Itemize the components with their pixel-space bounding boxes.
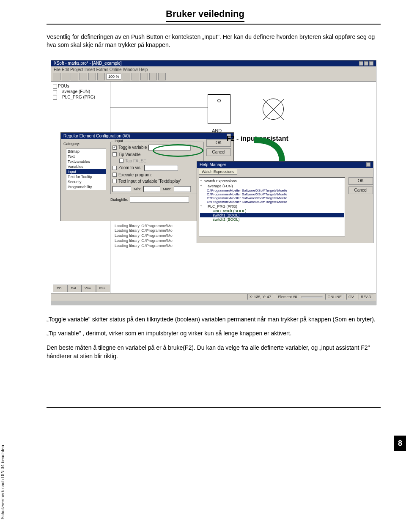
bottom-tab[interactable]: PO.. [53, 285, 67, 292]
cancel-button[interactable]: Cancel [348, 186, 373, 194]
category-item[interactable]: Text for Tooltip [66, 174, 106, 179]
page-title: Bruker veiledning [166, 8, 244, 22]
toolbar-button[interactable] [88, 73, 96, 80]
toolbar-button[interactable] [140, 73, 148, 80]
tree-item[interactable]: PLC_PRG (PRG) [53, 94, 108, 100]
toggle-variable-checkbox[interactable] [112, 145, 117, 150]
page-number-badge: 8 [394, 436, 406, 451]
circle-symbol[interactable] [263, 99, 284, 120]
tap-false-checkbox [119, 159, 123, 163]
minimize-icon[interactable] [359, 61, 363, 66]
exec-checkbox[interactable] [112, 173, 117, 177]
max-label: Max: [163, 187, 171, 191]
max-input[interactable] [174, 186, 191, 192]
toolbar-button[interactable] [132, 73, 139, 80]
toolbar-button[interactable] [53, 73, 60, 80]
help-tree-path[interactable]: C:\Programme\Moeller Software\XSoft\Targ… [200, 192, 344, 196]
min-label: Min: [134, 187, 141, 191]
text-input-checkbox[interactable] [112, 179, 117, 183]
message-log: Loading library 'C:\Programme\Mo Loading… [115, 224, 225, 248]
status-element: Element #0 [276, 294, 299, 300]
category-label: Category: [63, 142, 109, 146]
dialogtitle-input[interactable] [130, 197, 189, 203]
category-item[interactable]: Variables [66, 164, 106, 169]
footer-rule [47, 407, 381, 408]
toggle-variable-input[interactable] [148, 145, 191, 151]
toolbar-button[interactable] [71, 73, 78, 80]
toolbar-button[interactable] [97, 73, 105, 80]
category-item-selected[interactable]: Input [66, 169, 106, 174]
toolbar-button[interactable] [149, 73, 157, 80]
cancel-button[interactable]: Cancel [206, 148, 231, 156]
log-line: Loading library 'C:\Programme\Mo [115, 224, 225, 229]
tree-item[interactable]: average (FUN) [53, 89, 108, 94]
log-line: Loading library 'C:\Programme\Mo [115, 244, 225, 249]
close-icon[interactable] [366, 162, 370, 167]
category-item[interactable]: Security [66, 179, 106, 184]
intro-paragraph: Vesentlig for defineringen av en Push Bu… [47, 33, 381, 49]
tap-false-label: Tap FALSE [125, 159, 146, 163]
paragraph: Den beste måten å tilegne en variabel på… [47, 344, 376, 360]
menubar[interactable]: File Edit Project Insert Extras Online W… [51, 66, 376, 72]
help-tree-item[interactable]: average (FUN) [200, 184, 344, 189]
status-coords: X: 135, Y: 47 [247, 294, 273, 300]
help-tree-leaf[interactable]: switch2 (BOOL) [200, 217, 344, 222]
window-title: XSoft - marks.pro* - [AND_example] [54, 61, 122, 66]
text-input-label: Text input of variable 'Textdisplay' [118, 179, 181, 184]
bottom-tab[interactable]: Visu.. [82, 285, 96, 292]
category-item[interactable]: Textvariables [66, 159, 106, 164]
bottom-tab[interactable]: Res.. [96, 285, 110, 292]
help-tab[interactable]: Watch Expressions [199, 169, 237, 175]
category-item[interactable]: Bitmap [66, 149, 106, 154]
and-block[interactable] [208, 94, 230, 124]
statusbar: X: 135, Y: 47 Element #0 ONLINE OV READ [51, 293, 376, 301]
toolbar-button[interactable] [123, 73, 130, 80]
toolbar: 100 % [51, 72, 376, 82]
maximize-icon[interactable] [364, 61, 368, 66]
page-title-wrap: Bruker veiledning [47, 8, 381, 22]
dialogtitle-label: Dialogtitle: [110, 197, 128, 202]
toolbar-button[interactable] [80, 73, 87, 80]
help-manager-title: Help Manager [200, 162, 226, 167]
tree-root[interactable]: POUs [53, 83, 108, 89]
close-icon[interactable] [369, 61, 373, 66]
toolbar-button[interactable] [62, 73, 69, 80]
help-tree-path[interactable]: C:\Programme\Moeller Software\XSoft\Targ… [200, 196, 344, 200]
app-screenshot: XSoft - marks.pro* - [AND_example] File … [51, 60, 376, 305]
tip-variable-checkbox[interactable] [112, 152, 117, 156]
help-tree-path[interactable]: C:\Programme\Moeller Software\XSoft\Targ… [200, 189, 344, 192]
help-tree-leaf-selected[interactable]: switch1 (BOOL) [200, 213, 344, 217]
category-item[interactable]: Text [66, 154, 106, 159]
help-tree-item[interactable]: Watch Expressions [200, 178, 344, 184]
tip-variable-label: Tip Variable [118, 152, 140, 157]
paragraph: „Toggle variable" skifter status på den … [47, 315, 376, 324]
exec-label: Execute program: [118, 173, 152, 177]
side-note: Schutzvermerk nach DIN 34 beachten [0, 445, 5, 519]
bottom-tabs: PO.. Dat.. Visu.. Res.. [53, 285, 110, 292]
zoom-input[interactable] [144, 165, 178, 171]
group-label: Input [113, 139, 124, 143]
wire-line [110, 107, 208, 107]
status-read: READ [359, 294, 373, 300]
bottom-tab[interactable]: Dat.. [67, 285, 82, 292]
status-online: ONLINE [325, 294, 344, 300]
type-select[interactable] [112, 186, 131, 192]
help-tree-item[interactable]: PLC_PRG (PRG) [200, 204, 344, 209]
zoom-label: Zoom to vis.: [118, 165, 143, 170]
help-tree-path[interactable]: C:\Programme\Moeller Software\XSoft\Targ… [200, 200, 344, 204]
toolbar-button[interactable] [158, 73, 166, 80]
paragraph: „Tip variable" , derimot, virker som en … [47, 329, 376, 338]
min-input[interactable] [143, 186, 160, 192]
dialog-title: Regular Element Configuration (#0) [63, 134, 130, 138]
category-list[interactable]: Bitmap Text Textvariables Variables Inpu… [66, 148, 106, 190]
zoom-field[interactable]: 100 % [106, 74, 121, 80]
zoom-checkbox[interactable] [112, 166, 117, 170]
toggle-variable-label: Toggle variable [118, 145, 147, 150]
body-text: „Toggle variable" skifter status på den … [47, 315, 381, 360]
status-ov: OV [346, 294, 356, 300]
log-line: Loading library 'C:\Programme\Mo [115, 233, 225, 239]
ok-button[interactable]: OK [348, 177, 373, 185]
help-tree-leaf[interactable]: AND_result (BOOL) [200, 209, 344, 213]
category-item[interactable]: Programability [66, 184, 106, 189]
f2-annotation: F2 - input assistant [227, 135, 288, 143]
